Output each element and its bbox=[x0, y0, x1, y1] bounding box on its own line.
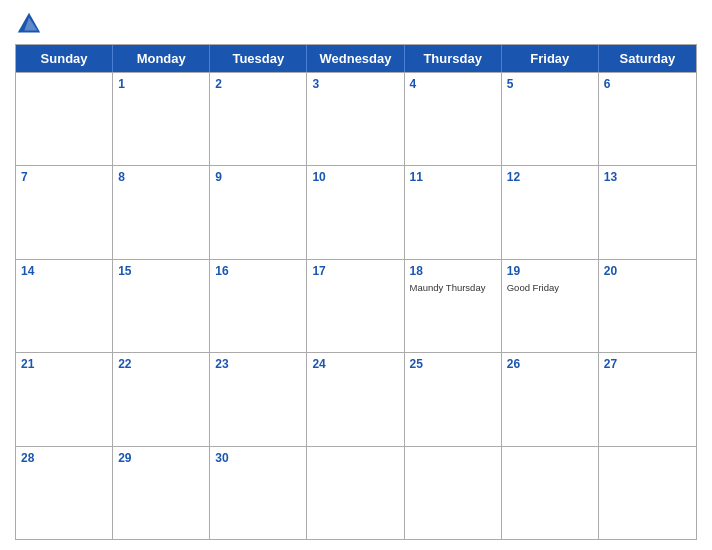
week-row-2: 1415161718Maundy Thursday19Good Friday20 bbox=[16, 259, 696, 352]
day-number: 23 bbox=[215, 356, 301, 373]
calendar-cell: 14 bbox=[16, 260, 113, 352]
calendar-cell: 11 bbox=[405, 166, 502, 258]
day-header-monday: Monday bbox=[113, 45, 210, 72]
calendar-cell: 28 bbox=[16, 447, 113, 539]
calendar-cell: 16 bbox=[210, 260, 307, 352]
day-number: 4 bbox=[410, 76, 496, 93]
calendar-cell: 27 bbox=[599, 353, 696, 445]
logo-icon bbox=[15, 10, 43, 38]
calendar-cell bbox=[599, 447, 696, 539]
calendar-cell: 21 bbox=[16, 353, 113, 445]
calendar-cell: 18Maundy Thursday bbox=[405, 260, 502, 352]
calendar-cell: 2 bbox=[210, 73, 307, 165]
day-number: 17 bbox=[312, 263, 398, 280]
calendar-cell: 25 bbox=[405, 353, 502, 445]
day-number: 1 bbox=[118, 76, 204, 93]
day-number: 3 bbox=[312, 76, 398, 93]
day-number: 19 bbox=[507, 263, 593, 280]
day-number: 24 bbox=[312, 356, 398, 373]
calendar-cell: 19Good Friday bbox=[502, 260, 599, 352]
day-number: 27 bbox=[604, 356, 691, 373]
day-number: 20 bbox=[604, 263, 691, 280]
day-header-friday: Friday bbox=[502, 45, 599, 72]
calendar: SundayMondayTuesdayWednesdayThursdayFrid… bbox=[15, 44, 697, 540]
day-header-saturday: Saturday bbox=[599, 45, 696, 72]
day-number: 9 bbox=[215, 169, 301, 186]
day-number: 18 bbox=[410, 263, 496, 280]
day-number: 13 bbox=[604, 169, 691, 186]
calendar-cell: 4 bbox=[405, 73, 502, 165]
day-number: 14 bbox=[21, 263, 107, 280]
calendar-cell: 7 bbox=[16, 166, 113, 258]
day-number: 11 bbox=[410, 169, 496, 186]
calendar-cell: 12 bbox=[502, 166, 599, 258]
calendar-event: Maundy Thursday bbox=[410, 282, 496, 294]
day-number: 26 bbox=[507, 356, 593, 373]
calendar-cell: 15 bbox=[113, 260, 210, 352]
day-number: 15 bbox=[118, 263, 204, 280]
day-number: 8 bbox=[118, 169, 204, 186]
calendar-cell: 26 bbox=[502, 353, 599, 445]
calendar-cell bbox=[16, 73, 113, 165]
calendar-cell: 13 bbox=[599, 166, 696, 258]
calendar-cell bbox=[307, 447, 404, 539]
logo bbox=[15, 10, 47, 38]
day-number: 29 bbox=[118, 450, 204, 467]
day-header-wednesday: Wednesday bbox=[307, 45, 404, 72]
calendar-cell: 30 bbox=[210, 447, 307, 539]
week-row-3: 21222324252627 bbox=[16, 352, 696, 445]
day-number: 21 bbox=[21, 356, 107, 373]
calendar-cell: 3 bbox=[307, 73, 404, 165]
day-header-thursday: Thursday bbox=[405, 45, 502, 72]
calendar-cell: 10 bbox=[307, 166, 404, 258]
day-number: 10 bbox=[312, 169, 398, 186]
calendar-cell: 6 bbox=[599, 73, 696, 165]
calendar-cell bbox=[502, 447, 599, 539]
calendar-cell: 20 bbox=[599, 260, 696, 352]
day-number: 2 bbox=[215, 76, 301, 93]
day-header-sunday: Sunday bbox=[16, 45, 113, 72]
day-number: 12 bbox=[507, 169, 593, 186]
calendar-cell: 22 bbox=[113, 353, 210, 445]
page: SundayMondayTuesdayWednesdayThursdayFrid… bbox=[0, 0, 712, 550]
day-header-tuesday: Tuesday bbox=[210, 45, 307, 72]
day-number: 28 bbox=[21, 450, 107, 467]
calendar-cell: 23 bbox=[210, 353, 307, 445]
calendar-event: Good Friday bbox=[507, 282, 593, 294]
calendar-cell: 24 bbox=[307, 353, 404, 445]
day-number: 30 bbox=[215, 450, 301, 467]
day-number: 25 bbox=[410, 356, 496, 373]
day-number: 5 bbox=[507, 76, 593, 93]
calendar-header-row: SundayMondayTuesdayWednesdayThursdayFrid… bbox=[16, 45, 696, 72]
day-number: 7 bbox=[21, 169, 107, 186]
calendar-cell: 17 bbox=[307, 260, 404, 352]
day-number: 6 bbox=[604, 76, 691, 93]
calendar-cell bbox=[405, 447, 502, 539]
header bbox=[15, 10, 697, 38]
week-row-0: 123456 bbox=[16, 72, 696, 165]
calendar-body: 123456789101112131415161718Maundy Thursd… bbox=[16, 72, 696, 539]
calendar-cell: 29 bbox=[113, 447, 210, 539]
calendar-cell: 8 bbox=[113, 166, 210, 258]
day-number: 22 bbox=[118, 356, 204, 373]
calendar-cell: 1 bbox=[113, 73, 210, 165]
week-row-4: 282930 bbox=[16, 446, 696, 539]
day-number: 16 bbox=[215, 263, 301, 280]
calendar-cell: 9 bbox=[210, 166, 307, 258]
week-row-1: 78910111213 bbox=[16, 165, 696, 258]
calendar-cell: 5 bbox=[502, 73, 599, 165]
